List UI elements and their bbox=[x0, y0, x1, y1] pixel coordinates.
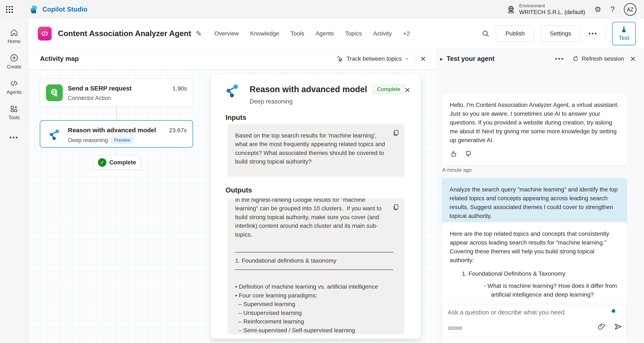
sidebar-item-home[interactable]: Home bbox=[0, 28, 28, 44]
node-duration: 1.90s bbox=[173, 85, 187, 92]
flow-complete-node[interactable]: ✓ Complete bbox=[94, 155, 140, 170]
agent-header-bar: Content Association Analyzer Agent ✎ Ove… bbox=[28, 19, 644, 48]
help-icon[interactable]: ? bbox=[610, 5, 615, 14]
refresh-session-button[interactable]: Refresh session bbox=[572, 56, 624, 62]
environment-name: WRITECH S.R.L. (default) bbox=[519, 9, 585, 16]
sidebar-item-agents[interactable]: Agents bbox=[0, 79, 28, 95]
environment-picker[interactable]: Environment WRITECH S.R.L. (default) bbox=[506, 3, 585, 16]
tab-knowledge[interactable]: Knowledge bbox=[250, 30, 279, 37]
test-panel-more-icon[interactable]: ••• bbox=[554, 55, 566, 62]
home-icon bbox=[10, 28, 18, 37]
node-subtitle-text: Deep reasoning bbox=[68, 137, 108, 144]
thumbs-down-icon[interactable] bbox=[464, 150, 472, 158]
chat-input[interactable] bbox=[448, 309, 590, 316]
test-panel-header: ▸ Test your agent ••• Refresh session × bbox=[436, 48, 644, 69]
detail-subtitle: Deep reasoning bbox=[250, 98, 293, 105]
avatar[interactable]: AZ bbox=[624, 3, 636, 16]
agents-icon bbox=[10, 79, 18, 88]
activity-map-header: Activity map Track between topics × bbox=[28, 48, 436, 69]
copilot-studio-logo-icon bbox=[29, 5, 39, 15]
top-bar-right: Environment WRITECH S.R.L. (default) ⚙ ?… bbox=[506, 3, 644, 16]
refresh-session-label: Refresh session bbox=[582, 56, 624, 62]
environment-label: Environment bbox=[519, 3, 585, 9]
flow-connector bbox=[116, 106, 117, 120]
bot-message-list-item: 1. Foundational Definitions & Taxonomy bbox=[450, 269, 619, 278]
node-title: Reason with advanced model bbox=[68, 127, 156, 134]
left-nav-rail: Home Create Agents Tools ••• bbox=[0, 19, 28, 343]
copilot-studio-logo[interactable]: Copilot Studio bbox=[29, 5, 88, 15]
tab-overview[interactable]: Overview bbox=[214, 30, 239, 37]
waffle-icon bbox=[5, 5, 14, 14]
app-name: Copilot Studio bbox=[42, 6, 88, 13]
sidebar-item-label: Agents bbox=[6, 89, 22, 95]
tab-agents[interactable]: Agents bbox=[316, 30, 334, 37]
inputs-text: Based on the top search results for 'mac… bbox=[235, 131, 386, 166]
activity-map-controls: Track between topics × bbox=[336, 53, 436, 65]
tab-topics[interactable]: Topics bbox=[345, 30, 362, 37]
input-actions bbox=[598, 321, 622, 332]
sidebar-item-create[interactable]: Create bbox=[0, 54, 28, 70]
outputs-box[interactable]: in the highest-ranking Google results fo… bbox=[228, 198, 404, 334]
node-subtitle: Connector Action bbox=[68, 95, 111, 101]
copy-icon bbox=[392, 203, 400, 211]
top-bar: Copilot Studio Environment WRITECH S.R.L… bbox=[0, 0, 644, 19]
tab-activity[interactable]: Activity bbox=[373, 30, 392, 37]
sidebar-item-label: Home bbox=[8, 39, 20, 44]
test-agent-panel: ▸ Test your agent ••• Refresh session × … bbox=[436, 48, 644, 343]
settings-gear-icon[interactable]: ⚙ bbox=[594, 5, 601, 14]
collapse-panel-icon[interactable]: ▸ bbox=[440, 56, 443, 62]
environment-globe-icon bbox=[506, 5, 516, 14]
deep-reasoning-icon bbox=[226, 84, 239, 99]
globe-person-icon bbox=[49, 88, 59, 98]
check-icon: ✓ bbox=[98, 158, 106, 167]
agent-tabs: Overview Knowledge Tools Agents Topics A… bbox=[214, 30, 410, 37]
outputs-heading: Outputs bbox=[226, 186, 252, 194]
attach-paperclip-icon[interactable] bbox=[598, 323, 606, 331]
copy-icon bbox=[392, 129, 400, 137]
bot-message-intro: Here are the top related topics and conc… bbox=[450, 229, 619, 265]
bot-message-sub-item: ◦ What is machine learning? How does it … bbox=[450, 281, 619, 299]
environment-text: Environment WRITECH S.R.L. (default) bbox=[519, 3, 585, 16]
agent-avatar-icon bbox=[38, 27, 52, 41]
more-options-icon[interactable]: ••• bbox=[587, 30, 599, 37]
publish-button[interactable]: Publish bbox=[496, 26, 534, 42]
refresh-icon bbox=[572, 56, 579, 62]
tab-tools[interactable]: Tools bbox=[290, 30, 304, 37]
test-panel-controls: ••• Refresh session × bbox=[554, 54, 644, 63]
close-detail-icon[interactable]: × bbox=[405, 85, 410, 95]
tab-overflow-count[interactable]: +2 bbox=[403, 30, 410, 37]
flow-connector-dashed bbox=[116, 148, 117, 155]
cursor-click-icon bbox=[336, 55, 344, 62]
edit-agent-icon[interactable]: ✎ bbox=[196, 29, 202, 38]
node-subtitle: Deep reasoning Preview bbox=[68, 137, 133, 144]
flow-node-serp-request[interactable]: Send a SERP request 1.90s Connector Acti… bbox=[40, 79, 193, 106]
send-icon[interactable] bbox=[614, 322, 622, 331]
test-button[interactable]: Test bbox=[612, 22, 636, 45]
agent-header-actions: Publish Settings ••• Test bbox=[482, 22, 644, 45]
chat-area[interactable]: Hello, I'm Content Association Analyzer … bbox=[436, 69, 644, 343]
copy-outputs-icon[interactable] bbox=[392, 203, 400, 212]
flow-node-reason-advanced-model[interactable]: Reason with advanced model 23.67s Deep r… bbox=[40, 120, 193, 148]
close-activity-map-icon[interactable]: × bbox=[420, 54, 426, 63]
tools-icon bbox=[10, 104, 18, 113]
branch-share-icon bbox=[49, 129, 60, 140]
divider bbox=[606, 26, 606, 41]
thumbs-up-icon[interactable] bbox=[450, 150, 457, 158]
sidebar-item-label: Tools bbox=[8, 115, 20, 121]
preview-badge: Preview bbox=[112, 137, 133, 144]
copy-inputs-icon[interactable] bbox=[392, 129, 400, 137]
sidebar-item-tools[interactable]: Tools bbox=[0, 104, 28, 121]
track-between-topics-button[interactable]: Track between topics bbox=[336, 55, 410, 62]
divider bbox=[415, 53, 415, 65]
app-launcher-waffle-icon[interactable] bbox=[0, 0, 19, 19]
search-icon[interactable] bbox=[482, 30, 490, 38]
user-message-text: Analyze the search query "machine learni… bbox=[450, 185, 619, 220]
track-between-topics-label: Track between topics bbox=[346, 56, 402, 62]
sidebar-more-icon[interactable]: ••• bbox=[10, 134, 19, 141]
close-test-panel-icon[interactable]: × bbox=[630, 54, 636, 63]
chevron-down-icon bbox=[405, 57, 409, 61]
deep-reasoning-icon bbox=[46, 126, 63, 143]
sidebar-item-label: Create bbox=[7, 64, 21, 70]
activity-map-canvas[interactable]: Send a SERP request 1.90s Connector Acti… bbox=[28, 69, 436, 343]
settings-button[interactable]: Settings bbox=[540, 26, 580, 42]
